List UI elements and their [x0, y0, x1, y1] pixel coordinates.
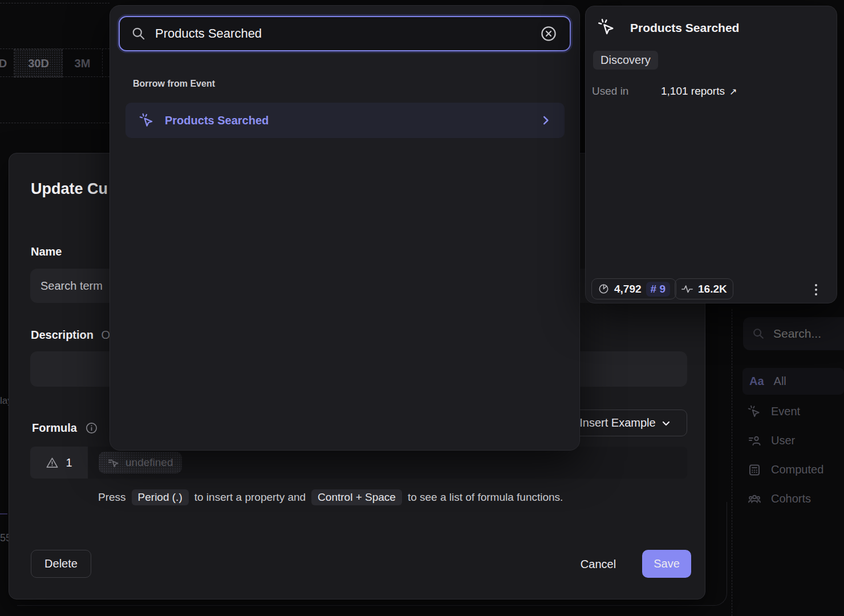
- formula-hint: Press Period (.) to insert a property an…: [98, 488, 563, 506]
- volume-value: 16.2K: [698, 283, 727, 295]
- aa-icon: Aa: [749, 375, 764, 388]
- sidebar-filter-label: Computed: [771, 463, 823, 476]
- rank-badge: # 9: [646, 282, 670, 297]
- sidebar-filter-event[interactable]: Event: [742, 399, 844, 424]
- sidebar-search[interactable]: [743, 317, 844, 350]
- search-input[interactable]: [155, 26, 530, 41]
- search-icon: [752, 327, 765, 340]
- external-arrow-icon: ↗: [729, 86, 737, 97]
- formula-token-chip[interactable]: undefined: [99, 452, 182, 473]
- insert-example-button[interactable]: Insert Example: [563, 410, 687, 436]
- backdrop-divider-mid: [0, 123, 109, 123]
- time-range-3m[interactable]: 3M: [63, 49, 103, 78]
- sidebar-search-input[interactable]: [773, 327, 842, 341]
- time-range-30d[interactable]: 30D: [14, 49, 63, 78]
- search-icon: [131, 26, 146, 41]
- name-label: Name: [31, 245, 62, 258]
- property-search-overlay: Borrow from Event Products Searched: [109, 5, 580, 451]
- cohorts-icon-row[interactable]: Cohorts: [742, 487, 844, 511]
- event-count: 4,792: [614, 283, 642, 295]
- kbd-period: Period (.): [132, 489, 189, 505]
- delete-button[interactable]: Delete: [31, 550, 91, 578]
- save-button[interactable]: Save: [642, 550, 691, 578]
- backdrop-divider-top: [0, 3, 109, 3]
- search-field[interactable]: [119, 16, 571, 51]
- formula-label-row: Formula: [32, 422, 98, 435]
- category-badge: Discovery: [593, 51, 658, 70]
- property-cursor-icon: [108, 457, 120, 469]
- search-result-products-searched[interactable]: Products Searched: [125, 103, 565, 138]
- event-icon: [748, 405, 761, 419]
- clear-search-icon[interactable]: [539, 24, 558, 43]
- event-detail-card: Products Searched Discovery Used in 1,10…: [585, 6, 837, 303]
- user-icon: [748, 434, 761, 448]
- event-icon: [139, 113, 155, 128]
- sidebar-filter-all[interactable]: Aa All: [742, 368, 844, 395]
- pie-chart-icon: [598, 283, 610, 295]
- section-label: Borrow from Event: [133, 79, 215, 89]
- time-range-7d[interactable]: D: [0, 49, 14, 78]
- calculator-icon: [748, 463, 761, 477]
- app-root: D 30D 3M lay 55 Aa All Event User C: [0, 0, 844, 616]
- kbd-control-space: Control + Space: [311, 489, 402, 505]
- result-label: Products Searched: [165, 114, 530, 127]
- activity-icon: [681, 283, 693, 295]
- time-range-group: D 30D 3M: [0, 48, 109, 77]
- event-count-chip[interactable]: 4,792 # 9: [591, 278, 676, 299]
- used-in-reports-link[interactable]: 1,101 reports ↗: [661, 85, 737, 98]
- hint-tail: to see a list of formula functions.: [408, 491, 563, 504]
- modal-title: Update Cu: [31, 180, 108, 198]
- sidebar-filter-computed[interactable]: Computed: [742, 457, 844, 482]
- cancel-button[interactable]: Cancel: [574, 553, 623, 576]
- chart-label-fragment: lay: [0, 395, 9, 408]
- formula-editor[interactable]: undefined: [88, 447, 687, 479]
- volume-chip[interactable]: 16.2K: [675, 278, 733, 299]
- warning-icon: [46, 456, 59, 469]
- hint-mid: to insert a property and: [194, 491, 306, 504]
- sidebar-filter-user[interactable]: User: [742, 428, 844, 453]
- cohorts-icon: [748, 492, 761, 506]
- chart-line-fragment: [0, 513, 7, 514]
- more-options-button[interactable]: [813, 282, 819, 298]
- card-title: Products Searched: [630, 21, 739, 35]
- formula-token-label: undefined: [125, 456, 173, 469]
- formula-label: Formula: [32, 422, 77, 435]
- chevron-down-icon: [662, 419, 671, 428]
- sidebar-filter-label: User: [771, 434, 795, 447]
- description-label: Description: [31, 329, 94, 341]
- insert-example-label: Insert Example: [579, 416, 655, 429]
- event-icon: [598, 18, 616, 37]
- hint-press: Press: [98, 491, 126, 504]
- error-count: 1: [66, 456, 72, 469]
- sidebar-filter-label: Event: [771, 405, 800, 418]
- chevron-right-icon: [541, 115, 551, 125]
- used-in-label: Used in: [592, 85, 628, 98]
- formula-error-box: 1: [30, 447, 88, 479]
- sidebar-filter-label: Cohorts: [771, 492, 811, 505]
- sidebar-left-divider: [732, 309, 732, 616]
- sidebar-filter-label: All: [774, 375, 786, 388]
- chart-tick-fragment: 55: [0, 532, 9, 546]
- info-icon[interactable]: [85, 422, 98, 435]
